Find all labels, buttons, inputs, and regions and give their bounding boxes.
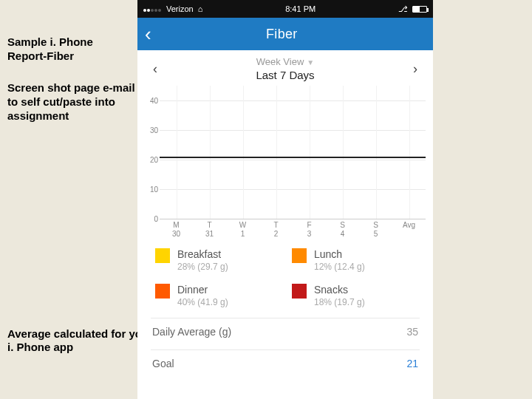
daily-average-label: Daily Average (g) xyxy=(152,326,231,338)
goal-value: 21 xyxy=(406,358,418,369)
page-title: Fiber xyxy=(266,27,298,42)
next-period-button[interactable]: › xyxy=(409,61,421,77)
legend-name: Breakfast xyxy=(177,248,228,260)
goal-reference-line xyxy=(160,157,426,158)
legend-item-breakfast: Breakfast28% (29.7 g) xyxy=(155,248,279,272)
view-selector: ‹ Week View▼ Last 7 Days › xyxy=(137,50,433,83)
date-range-label: Last 7 Days xyxy=(256,69,314,81)
slide-annotation-title: Sample i. Phone Report-Fiber xyxy=(7,35,133,64)
legend-name: Lunch xyxy=(314,248,365,260)
daily-average-value: 35 xyxy=(406,326,418,338)
legend-swatch-snacks xyxy=(292,284,307,299)
daily-average-row: Daily Average (g) 35 xyxy=(137,318,433,345)
view-mode-dropdown[interactable]: Week View▼ xyxy=(256,56,314,67)
back-icon[interactable]: ‹ xyxy=(145,24,151,44)
legend-sub: 28% (29.7 g) xyxy=(177,262,228,272)
carrier-label: Verizon xyxy=(166,4,194,13)
legend-item-dinner: Dinner40% (41.9 g) xyxy=(155,284,279,307)
legend-swatch-lunch xyxy=(292,248,307,263)
nav-header: ‹ Fiber xyxy=(137,18,433,50)
battery-icon xyxy=(412,6,427,13)
prev-period-button[interactable]: ‹ xyxy=(149,61,161,77)
legend-name: Snacks xyxy=(314,284,365,296)
chevron-down-icon: ▼ xyxy=(307,58,314,66)
legend-swatch-breakfast xyxy=(155,248,170,263)
wifi-icon: ⌂ xyxy=(198,4,203,13)
legend-swatch-dinner xyxy=(155,284,170,299)
bluetooth-icon: ⎇ xyxy=(398,4,408,14)
slide-annotation-instructions: Screen shot page e-mail to self cut/past… xyxy=(7,81,140,123)
view-mode-label: Week View xyxy=(256,56,304,67)
signal-dots-icon xyxy=(143,4,162,13)
legend-item-lunch: Lunch12% (12.4 g) xyxy=(292,248,415,272)
phone-screenshot: Verizon ⌂ 8:41 PM ⎇ ‹ Fiber ‹ Week View▼… xyxy=(137,0,433,399)
clock-label: 8:41 PM xyxy=(285,4,316,13)
legend-name: Dinner xyxy=(177,284,228,296)
legend-sub: 40% (41.9 g) xyxy=(177,297,228,307)
fiber-chart: 010203040 M30T31W1T2F3S4S5Avg xyxy=(137,83,433,238)
goal-row[interactable]: Goal 21 xyxy=(137,350,433,377)
legend-sub: 18% (19.7 g) xyxy=(314,297,365,307)
legend-item-snacks: Snacks18% (19.7 g) xyxy=(292,284,415,307)
goal-label: Goal xyxy=(152,358,174,369)
status-bar: Verizon ⌂ 8:41 PM ⎇ xyxy=(137,0,433,18)
chart-legend: Breakfast28% (29.7 g) Lunch12% (12.4 g) … xyxy=(137,238,433,313)
summary-stats: Daily Average (g) 35 Goal 21 xyxy=(137,318,433,377)
legend-sub: 12% (12.4 g) xyxy=(314,262,365,272)
